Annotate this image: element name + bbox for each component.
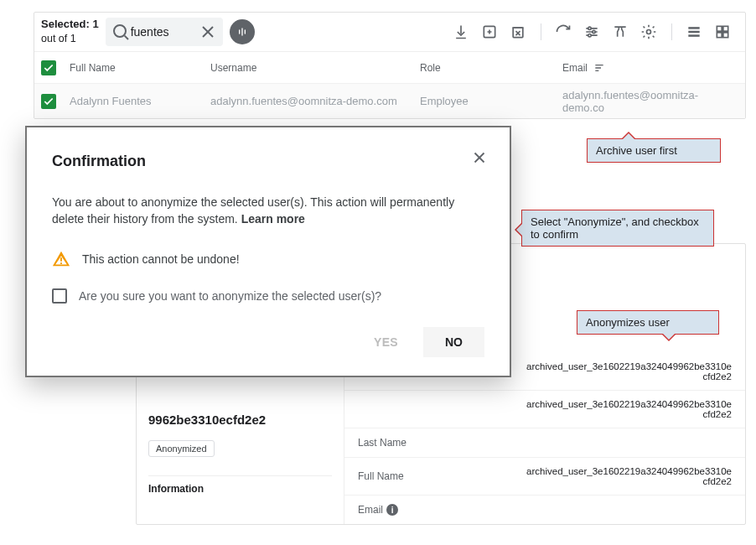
svg-rect-33 (60, 257, 62, 262)
modal-actions: YES NO (52, 327, 484, 357)
svg-rect-4 (239, 29, 240, 34)
yes-button[interactable]: YES (365, 329, 406, 356)
cell-username: adalynn.fuentes@oomnitza-demo.com (210, 95, 420, 107)
learn-more-link[interactable]: Learn more (241, 212, 305, 226)
search-icon (111, 22, 131, 42)
search-field[interactable] (106, 18, 223, 46)
modal-warning-row: This action cannot be undone! (52, 250, 484, 268)
header-username-label: Username (210, 62, 256, 74)
svg-point-0 (114, 25, 126, 37)
svg-rect-27 (723, 33, 728, 38)
warning-icon (52, 250, 70, 268)
detail-row: archived_user_3e1602219a324049962be3310e… (344, 390, 745, 428)
callout-text: Anonymizes user (586, 316, 670, 329)
table-header: Full Name Username Role Email (34, 51, 745, 83)
modal-confirm-row: Are you sure you want to anonymize the s… (52, 288, 484, 304)
detail-label: Full Name (358, 470, 526, 482)
detail-row: Last Name (344, 428, 745, 457)
header-role-label: Role (420, 62, 441, 74)
header-checkbox-cell[interactable] (41, 60, 70, 75)
select-all-checkbox[interactable] (41, 60, 56, 75)
svg-point-19 (588, 34, 591, 37)
detail-row: Email i (344, 495, 745, 524)
email-label-text: Email (358, 504, 383, 516)
header-username[interactable]: Username (210, 62, 420, 74)
toolbar-divider (665, 19, 678, 44)
information-section-label: Information (148, 475, 332, 495)
anonymized-badge: Anonymized (148, 440, 215, 457)
svg-rect-21 (688, 27, 699, 29)
anonymized-name: 9962be3310ecfd2e2 (148, 412, 332, 428)
confirm-question-text: Are you sure you want to anonymize the s… (79, 289, 381, 303)
svg-point-17 (588, 27, 591, 29)
close-icon[interactable] (468, 146, 491, 169)
detail-value: archived_user_3e1602219a324049962be3310e… (526, 361, 732, 382)
clear-search-icon[interactable] (198, 22, 218, 42)
tune-icon[interactable] (579, 19, 604, 44)
detail-row: Full Name archived_user_3e1602219a324049… (344, 457, 745, 495)
svg-rect-34 (60, 262, 62, 264)
detail-value: archived_user_3e1602219a324049962be3310e… (526, 466, 732, 486)
voice-search-button[interactable] (230, 19, 255, 44)
svg-rect-6 (244, 29, 245, 34)
selection-info: Selected: 1 out of 1 (41, 18, 99, 45)
header-role[interactable]: Role (420, 62, 562, 74)
cell-email: adalynn.fuentes@oomnitza-demo.co (562, 89, 735, 114)
selected-count: Selected: 1 (41, 18, 99, 30)
svg-rect-26 (717, 33, 722, 38)
refresh-icon[interactable] (551, 19, 576, 44)
modal-title: Confirmation (52, 153, 484, 170)
list-view-icon[interactable] (681, 19, 707, 44)
add-icon[interactable] (477, 19, 502, 44)
svg-rect-22 (688, 31, 699, 34)
confirm-checkbox[interactable] (52, 288, 67, 304)
grid-view-icon[interactable] (710, 19, 735, 44)
info-icon[interactable]: i (386, 504, 398, 516)
out-of-count: out of 1 (41, 33, 76, 44)
download-icon[interactable] (448, 19, 474, 44)
table-row[interactable]: Adalynn Fuentes adalynn.fuentes@oomnitza… (34, 83, 745, 118)
toolbar-divider (534, 19, 547, 44)
svg-rect-24 (717, 26, 722, 31)
callout-anonymizes: Anonymizes user (577, 310, 719, 335)
toolbar: Selected: 1 out of 1 (34, 13, 745, 51)
users-list-panel: Selected: 1 out of 1 (34, 12, 746, 119)
callout-text: Archive user first (596, 144, 677, 157)
toolbar-actions (448, 19, 735, 44)
filter-icon[interactable] (608, 19, 633, 44)
svg-point-18 (593, 30, 595, 33)
sort-icon (593, 61, 606, 75)
callout-archive: Archive user first (587, 138, 721, 163)
modal-body: You are about to anonymize the selected … (52, 194, 484, 228)
callout-text: Select "Anonymize", and checkbox to conf… (531, 215, 699, 241)
cell-fullname: Adalynn Fuentes (70, 95, 210, 107)
confirmation-modal: Confirmation You are about to anonymize … (25, 126, 511, 377)
cell-role: Employee (420, 95, 562, 107)
no-button[interactable]: NO (423, 327, 484, 357)
header-email-label: Email (562, 62, 588, 74)
header-fullname-label: Full Name (70, 62, 116, 74)
row-checkbox[interactable] (41, 94, 56, 109)
svg-point-20 (647, 30, 651, 34)
svg-rect-23 (688, 34, 699, 37)
search-input[interactable] (131, 25, 198, 39)
detail-label: Email i (358, 504, 526, 516)
settings-icon[interactable] (636, 19, 661, 44)
svg-rect-25 (723, 26, 728, 31)
svg-line-1 (124, 36, 127, 39)
svg-rect-5 (241, 28, 242, 35)
callout-select-anonymize: Select "Anonymize", and checkbox to conf… (521, 210, 714, 247)
detail-label: Last Name (358, 437, 526, 449)
warning-text: This action cannot be undone! (82, 252, 240, 266)
delete-icon[interactable] (505, 19, 531, 44)
header-fullname[interactable]: Full Name (70, 62, 210, 74)
header-email[interactable]: Email (562, 61, 735, 75)
detail-value: archived_user_3e1602219a324049962be3310e… (526, 399, 732, 419)
